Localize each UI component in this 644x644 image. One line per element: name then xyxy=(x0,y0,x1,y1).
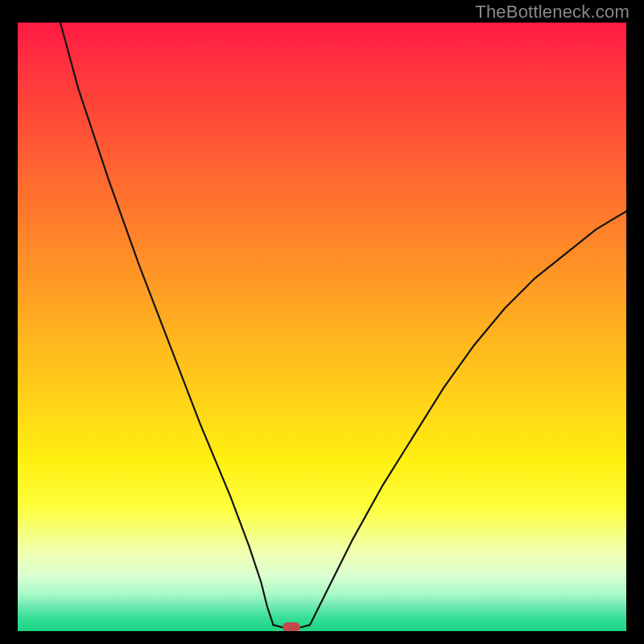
plot-area xyxy=(18,23,626,631)
chart-stage: TheBottleneck.com xyxy=(0,0,644,644)
bottleneck-curve xyxy=(18,23,626,631)
bottleneck-marker xyxy=(283,622,300,631)
watermark-text: TheBottleneck.com xyxy=(475,2,630,23)
curve-right-branch xyxy=(310,211,626,625)
curve-left-branch xyxy=(60,23,274,625)
